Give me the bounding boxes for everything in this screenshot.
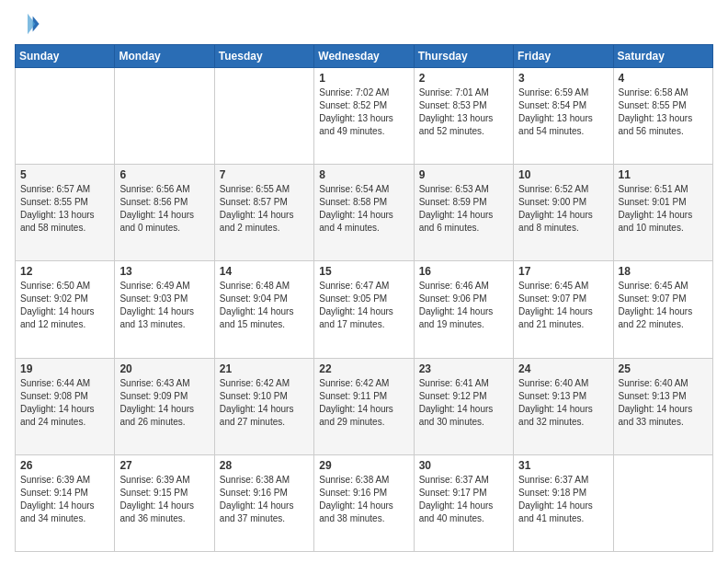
- calendar-cell: 30Sunrise: 6:37 AM Sunset: 9:17 PM Dayli…: [414, 454, 513, 551]
- day-number: 1: [319, 72, 408, 85]
- day-header-monday: Monday: [115, 45, 214, 68]
- header: [15, 11, 713, 37]
- calendar-cell: 16Sunrise: 6:46 AM Sunset: 9:06 PM Dayli…: [414, 261, 513, 358]
- day-number: 24: [518, 362, 608, 375]
- calendar-cell: 15Sunrise: 6:47 AM Sunset: 9:05 PM Dayli…: [314, 261, 414, 358]
- week-row-5: 26Sunrise: 6:39 AM Sunset: 9:14 PM Dayli…: [16, 454, 713, 551]
- calendar-cell: 1Sunrise: 7:02 AM Sunset: 8:52 PM Daylig…: [314, 68, 414, 165]
- day-number: 2: [419, 72, 508, 85]
- day-number: 5: [20, 168, 109, 181]
- calendar-cell: 21Sunrise: 6:42 AM Sunset: 9:10 PM Dayli…: [214, 358, 313, 454]
- day-info: Sunrise: 6:39 AM Sunset: 9:15 PM Dayligh…: [119, 474, 209, 525]
- calendar-cell: 12Sunrise: 6:50 AM Sunset: 9:02 PM Dayli…: [16, 261, 115, 358]
- calendar-cell: 29Sunrise: 6:38 AM Sunset: 9:16 PM Dayli…: [314, 454, 414, 551]
- week-row-1: 1Sunrise: 7:02 AM Sunset: 8:52 PM Daylig…: [16, 68, 713, 165]
- day-info: Sunrise: 6:40 AM Sunset: 9:13 PM Dayligh…: [619, 377, 708, 429]
- day-number: 3: [518, 72, 608, 85]
- day-header-tuesday: Tuesday: [214, 45, 313, 68]
- day-number: 11: [619, 168, 708, 181]
- day-info: Sunrise: 6:57 AM Sunset: 8:55 PM Dayligh…: [20, 183, 109, 235]
- day-info: Sunrise: 6:42 AM Sunset: 9:11 PM Dayligh…: [319, 377, 408, 429]
- calendar-cell: 26Sunrise: 6:39 AM Sunset: 9:14 PM Dayli…: [16, 454, 115, 551]
- calendar-cell: 13Sunrise: 6:49 AM Sunset: 9:03 PM Dayli…: [115, 261, 214, 358]
- day-info: Sunrise: 6:53 AM Sunset: 8:59 PM Dayligh…: [419, 183, 508, 235]
- calendar-cell: 3Sunrise: 6:59 AM Sunset: 8:54 PM Daylig…: [514, 68, 613, 165]
- day-number: 31: [518, 459, 608, 472]
- day-info: Sunrise: 6:38 AM Sunset: 9:16 PM Dayligh…: [220, 474, 309, 525]
- day-number: 9: [419, 168, 508, 181]
- day-number: 28: [220, 459, 309, 472]
- calendar-cell: 25Sunrise: 6:40 AM Sunset: 9:13 PM Dayli…: [613, 358, 712, 454]
- week-row-3: 12Sunrise: 6:50 AM Sunset: 9:02 PM Dayli…: [16, 261, 713, 358]
- day-info: Sunrise: 6:39 AM Sunset: 9:14 PM Dayligh…: [20, 474, 109, 525]
- day-info: Sunrise: 6:37 AM Sunset: 9:18 PM Dayligh…: [518, 474, 608, 525]
- day-info: Sunrise: 6:43 AM Sunset: 9:09 PM Dayligh…: [119, 377, 209, 429]
- calendar-cell: 18Sunrise: 6:45 AM Sunset: 9:07 PM Dayli…: [613, 261, 712, 358]
- day-info: Sunrise: 6:40 AM Sunset: 9:13 PM Dayligh…: [518, 377, 608, 429]
- calendar-cell: 7Sunrise: 6:55 AM Sunset: 8:57 PM Daylig…: [214, 165, 313, 261]
- svg-marker-1: [28, 14, 35, 34]
- day-info: Sunrise: 6:45 AM Sunset: 9:07 PM Dayligh…: [619, 280, 708, 331]
- week-row-2: 5Sunrise: 6:57 AM Sunset: 8:55 PM Daylig…: [16, 165, 713, 261]
- day-info: Sunrise: 7:01 AM Sunset: 8:53 PM Dayligh…: [419, 86, 508, 138]
- day-number: 17: [518, 265, 608, 278]
- day-number: 30: [419, 459, 508, 472]
- day-number: 8: [319, 168, 408, 181]
- calendar-cell: 22Sunrise: 6:42 AM Sunset: 9:11 PM Dayli…: [314, 358, 414, 454]
- day-header-sunday: Sunday: [16, 45, 115, 68]
- day-info: Sunrise: 6:58 AM Sunset: 8:55 PM Dayligh…: [619, 86, 708, 138]
- day-number: 16: [419, 265, 508, 278]
- calendar-cell: 23Sunrise: 6:41 AM Sunset: 9:12 PM Dayli…: [414, 358, 513, 454]
- page: SundayMondayTuesdayWednesdayThursdayFrid…: [0, 0, 728, 563]
- day-number: 18: [619, 265, 708, 278]
- day-number: 14: [220, 265, 309, 278]
- calendar-cell: 4Sunrise: 6:58 AM Sunset: 8:55 PM Daylig…: [613, 68, 712, 165]
- calendar-cell: 24Sunrise: 6:40 AM Sunset: 9:13 PM Dayli…: [514, 358, 613, 454]
- day-info: Sunrise: 6:37 AM Sunset: 9:17 PM Dayligh…: [419, 474, 508, 525]
- logo-icon: [15, 11, 40, 37]
- day-info: Sunrise: 6:52 AM Sunset: 9:00 PM Dayligh…: [518, 183, 608, 235]
- calendar-cell: 19Sunrise: 6:44 AM Sunset: 9:08 PM Dayli…: [16, 358, 115, 454]
- calendar-cell: 2Sunrise: 7:01 AM Sunset: 8:53 PM Daylig…: [414, 68, 513, 165]
- calendar-table: SundayMondayTuesdayWednesdayThursdayFrid…: [15, 44, 713, 552]
- day-header-friday: Friday: [514, 45, 613, 68]
- calendar-cell: 27Sunrise: 6:39 AM Sunset: 9:15 PM Dayli…: [115, 454, 214, 551]
- day-info: Sunrise: 6:46 AM Sunset: 9:06 PM Dayligh…: [419, 280, 508, 331]
- header-row: SundayMondayTuesdayWednesdayThursdayFrid…: [16, 45, 713, 68]
- calendar-cell: 10Sunrise: 6:52 AM Sunset: 9:00 PM Dayli…: [514, 165, 613, 261]
- day-number: 12: [20, 265, 109, 278]
- day-header-saturday: Saturday: [613, 45, 712, 68]
- calendar-cell: [613, 454, 712, 551]
- calendar-cell: 8Sunrise: 6:54 AM Sunset: 8:58 PM Daylig…: [314, 165, 414, 261]
- day-info: Sunrise: 6:47 AM Sunset: 9:05 PM Dayligh…: [319, 280, 408, 331]
- week-row-4: 19Sunrise: 6:44 AM Sunset: 9:08 PM Dayli…: [16, 358, 713, 454]
- day-number: 7: [220, 168, 309, 181]
- day-info: Sunrise: 6:48 AM Sunset: 9:04 PM Dayligh…: [220, 280, 309, 331]
- day-number: 27: [119, 459, 209, 472]
- day-number: 21: [220, 362, 309, 375]
- day-info: Sunrise: 6:56 AM Sunset: 8:56 PM Dayligh…: [119, 183, 209, 235]
- day-number: 29: [319, 459, 408, 472]
- day-number: 13: [119, 265, 209, 278]
- day-number: 4: [619, 72, 708, 85]
- day-header-wednesday: Wednesday: [314, 45, 414, 68]
- day-info: Sunrise: 6:49 AM Sunset: 9:03 PM Dayligh…: [119, 280, 209, 331]
- day-info: Sunrise: 6:50 AM Sunset: 9:02 PM Dayligh…: [20, 280, 109, 331]
- day-number: 15: [319, 265, 408, 278]
- day-info: Sunrise: 6:44 AM Sunset: 9:08 PM Dayligh…: [20, 377, 109, 429]
- day-info: Sunrise: 6:59 AM Sunset: 8:54 PM Dayligh…: [518, 86, 608, 138]
- day-number: 20: [119, 362, 209, 375]
- calendar-cell: [214, 68, 313, 165]
- day-number: 23: [419, 362, 508, 375]
- calendar-cell: 28Sunrise: 6:38 AM Sunset: 9:16 PM Dayli…: [214, 454, 313, 551]
- day-info: Sunrise: 6:51 AM Sunset: 9:01 PM Dayligh…: [619, 183, 708, 235]
- day-info: Sunrise: 6:45 AM Sunset: 9:07 PM Dayligh…: [518, 280, 608, 331]
- calendar-cell: 20Sunrise: 6:43 AM Sunset: 9:09 PM Dayli…: [115, 358, 214, 454]
- calendar-cell: 9Sunrise: 6:53 AM Sunset: 8:59 PM Daylig…: [414, 165, 513, 261]
- day-info: Sunrise: 6:55 AM Sunset: 8:57 PM Dayligh…: [220, 183, 309, 235]
- day-info: Sunrise: 6:41 AM Sunset: 9:12 PM Dayligh…: [419, 377, 508, 429]
- day-info: Sunrise: 7:02 AM Sunset: 8:52 PM Dayligh…: [319, 86, 408, 138]
- day-number: 10: [518, 168, 608, 181]
- day-number: 25: [619, 362, 708, 375]
- day-info: Sunrise: 6:54 AM Sunset: 8:58 PM Dayligh…: [319, 183, 408, 235]
